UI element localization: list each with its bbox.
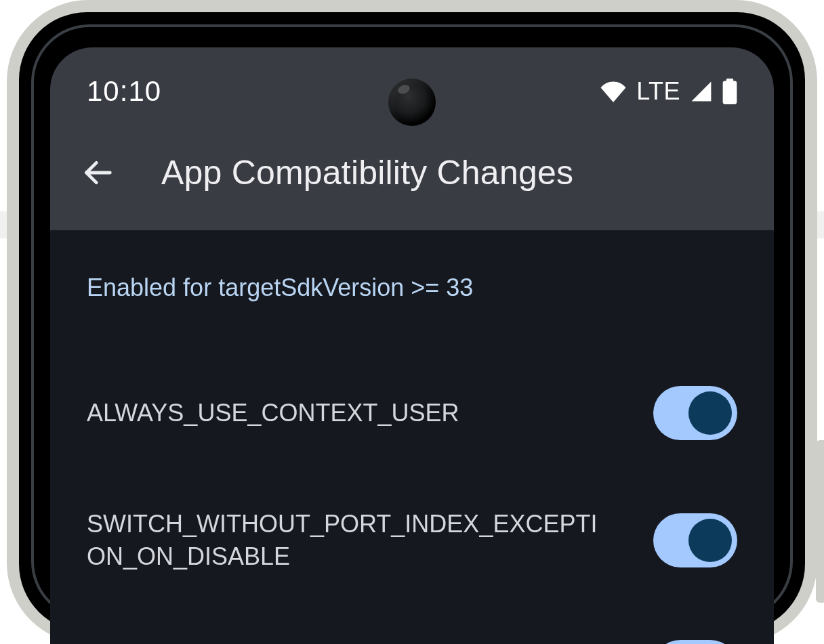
toggle-switch-without-port-index-exception[interactable]: [653, 513, 737, 567]
status-bar: 10:10 LTE: [50, 47, 774, 122]
app-bar: App Compatibility Changes: [50, 122, 774, 230]
section-header: Enabled for targetSdkVersion >= 33: [87, 274, 737, 302]
setting-row-throw-on-invalid-priority[interactable]: THROW_ON_INVALID_PRIORITY_VALUE: [87, 606, 737, 644]
toggle-thumb: [688, 391, 732, 435]
svg-rect-0: [723, 81, 737, 104]
toggle-throw-on-invalid-priority[interactable]: [653, 640, 737, 644]
svg-rect-1: [726, 79, 733, 82]
page: 10:10 LTE: [0, 0, 824, 644]
toggle-thumb: [688, 519, 732, 562]
phone-frame: 10:10 LTE: [7, 0, 817, 644]
content-area[interactable]: Enabled for targetSdkVersion >= 33 ALWAY…: [50, 230, 774, 644]
page-title: App Compatibility Changes: [161, 153, 573, 192]
status-time: 10:10: [87, 75, 161, 108]
setting-row-always-use-context-user[interactable]: ALWAYS_USE_CONTEXT_USER: [87, 352, 737, 474]
network-type-label: LTE: [636, 77, 680, 106]
status-right: LTE: [600, 77, 737, 106]
phone-top-rim: [108, 0, 716, 8]
top-panel: 10:10 LTE: [50, 47, 774, 230]
cellular-signal-icon: [690, 81, 713, 102]
wifi-icon: [600, 81, 627, 102]
back-button[interactable]: [81, 156, 114, 189]
phone-screen: 10:10 LTE: [50, 47, 774, 644]
setting-label: SWITCH_WITHOUT_PORT_INDEX_EXCEPTION_ON_D…: [87, 508, 602, 572]
setting-row-switch-without-port-index-exception[interactable]: SWITCH_WITHOUT_PORT_INDEX_EXCEPTION_ON_D…: [87, 474, 737, 606]
arrow-back-icon: [83, 158, 112, 188]
battery-icon: [722, 79, 737, 104]
setting-label: ALWAYS_USE_CONTEXT_USER: [87, 397, 459, 429]
toggle-always-use-context-user[interactable]: [653, 386, 737, 440]
